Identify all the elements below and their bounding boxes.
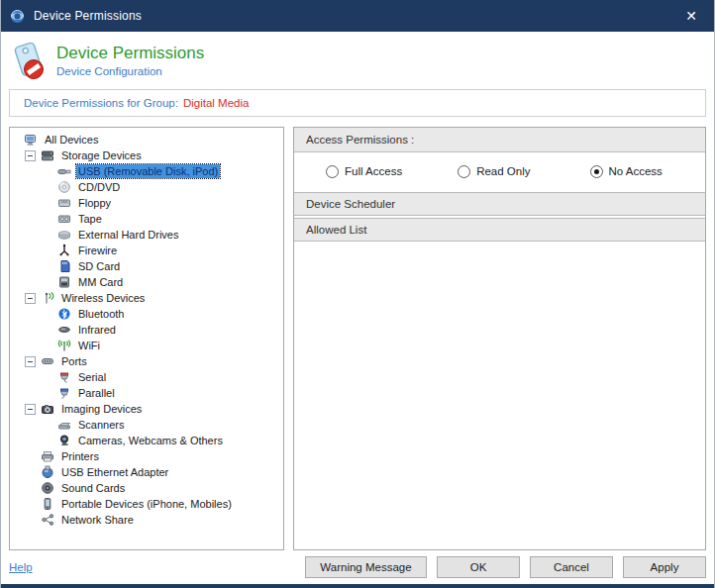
device-permissions-dialog: Device Permissions ✕ Device Permissions …	[0, 0, 715, 588]
cancel-button[interactable]: Cancel	[530, 556, 613, 578]
tree-item[interactable]: Firewire	[10, 243, 283, 258]
tree-item[interactable]: Parallel	[10, 385, 283, 401]
title-bar: Device Permissions ✕	[1, 0, 714, 32]
tree-item-label[interactable]: Bluetooth	[76, 307, 126, 321]
wifi-icon	[57, 339, 71, 352]
warning-message-button[interactable]: Warning Message	[305, 556, 427, 578]
tree-item[interactable]: Tape	[10, 211, 283, 227]
section-header-device-scheduler[interactable]: Device Scheduler	[294, 192, 705, 216]
camera-icon	[41, 402, 54, 416]
radio-circle-icon[interactable]	[590, 165, 603, 178]
tree-item[interactable]: External Hard Drives	[10, 227, 283, 243]
tree-item-label[interactable]: Storage Devices	[59, 148, 144, 162]
tree-item[interactable]: USB Ethernet Adapter	[10, 464, 283, 480]
tree-item[interactable]: MM Card	[10, 274, 283, 290]
tree-item[interactable]: Network Share	[10, 512, 283, 528]
port-icon	[41, 354, 54, 368]
sound-card-icon	[41, 481, 54, 495]
tree-item-label[interactable]: CD/DVD	[76, 180, 122, 194]
radio-read-only[interactable]: Read Only	[458, 165, 530, 178]
device-tag-blocked-icon	[11, 37, 51, 84]
tree-item-label[interactable]: USB Ethernet Adapter	[59, 465, 170, 479]
tree-item[interactable]: WiFi	[10, 338, 283, 353]
tree-item-label[interactable]: Ports	[59, 354, 89, 368]
tree-item[interactable]: Storage Devices	[10, 147, 283, 163]
tree-item-label[interactable]: Imaging Devices	[59, 402, 144, 416]
drives-icon	[41, 148, 54, 162]
tree-item[interactable]: Cameras, Webcams & Others	[10, 433, 283, 448]
help-link[interactable]: Help	[9, 561, 33, 573]
ok-button[interactable]: OK	[437, 556, 520, 578]
tree-item-label[interactable]: All Devices	[43, 133, 100, 147]
radio-no-access[interactable]: No Access	[590, 165, 663, 178]
tree-item-label[interactable]: MM Card	[76, 275, 125, 289]
radio-label: No Access	[609, 165, 663, 177]
tree-item[interactable]: Printers	[10, 448, 283, 464]
tree-item[interactable]: All Devices	[10, 132, 283, 147]
close-icon[interactable]: ✕	[668, 0, 714, 32]
tree-item[interactable]: Floppy	[10, 195, 283, 211]
tree-item[interactable]: Bluetooth	[10, 306, 283, 322]
tree-item[interactable]: Scanners	[10, 417, 283, 433]
tree-item[interactable]: Portable Devices (iPhone, Mobiles)	[10, 496, 283, 512]
mobile-phone-icon	[41, 497, 54, 511]
tree-item-label[interactable]: Infrared	[76, 323, 118, 337]
tree-item-label[interactable]: Tape	[76, 212, 104, 226]
tree-item[interactable]: USB (Removable Disk, iPod)	[10, 163, 283, 179]
section-header-allowed-list[interactable]: Allowed List	[294, 218, 705, 242]
tree-item[interactable]: Serial	[10, 369, 283, 385]
collapse-minus-icon[interactable]	[25, 404, 36, 415]
usb-stick-icon	[57, 164, 71, 178]
collapse-minus-icon[interactable]	[25, 293, 36, 304]
cd-icon	[57, 180, 71, 194]
tree-item-label[interactable]: Sound Cards	[59, 481, 127, 495]
tree-item-label[interactable]: Portable Devices (iPhone, Mobiles)	[59, 497, 234, 511]
radio-circle-icon[interactable]	[458, 165, 470, 178]
page-title: Device Permissions	[56, 44, 204, 63]
tree-item[interactable]: Wireless Devices	[10, 290, 283, 306]
infrared-icon	[57, 323, 71, 337]
window-title: Device Permissions	[34, 9, 142, 23]
header-text: Device Permissions Device Configuration	[56, 44, 204, 77]
tree-item-label[interactable]: Parallel	[76, 386, 117, 400]
sd-card-icon	[57, 259, 71, 273]
group-banner-label: Device Permissions for Group:	[24, 97, 178, 109]
antenna-icon	[41, 291, 54, 305]
tree-item-label[interactable]: Firewire	[76, 244, 119, 257]
serial-port-icon	[57, 370, 71, 384]
radio-full-access[interactable]: Full Access	[326, 165, 402, 178]
scanner-icon	[57, 418, 71, 432]
device-tree: All DevicesStorage DevicesUSB (Removable…	[9, 127, 284, 550]
mm-card-icon	[57, 275, 71, 289]
main-area: All DevicesStorage DevicesUSB (Removable…	[1, 127, 714, 550]
tree-item-label[interactable]: Serial	[76, 370, 108, 384]
tree-item-label[interactable]: External Hard Drives	[76, 228, 180, 242]
tree-item-label[interactable]: Floppy	[76, 196, 113, 210]
panel-sections: Device SchedulerAllowed List	[294, 192, 705, 242]
collapse-minus-icon[interactable]	[25, 150, 36, 161]
page-subtitle: Device Configuration	[56, 65, 204, 77]
tree-item[interactable]: Infrared	[10, 322, 283, 338]
floppy-icon	[57, 196, 71, 210]
printer-icon	[41, 449, 54, 463]
tree-item[interactable]: Imaging Devices	[10, 401, 283, 417]
apply-button[interactable]: Apply	[623, 556, 706, 578]
bluetooth-icon	[57, 307, 71, 321]
tree-item-label[interactable]: USB (Removable Disk, iPod)	[76, 164, 220, 178]
tree-item[interactable]: CD/DVD	[10, 179, 283, 195]
radio-label: Full Access	[345, 165, 402, 177]
tree-item-label[interactable]: Cameras, Webcams & Others	[76, 434, 225, 447]
tree-item-label[interactable]: SD Card	[76, 259, 122, 273]
collapse-minus-icon[interactable]	[25, 356, 36, 367]
tree-item[interactable]: Sound Cards	[10, 480, 283, 496]
group-banner: Device Permissions for Group: Digital Me…	[9, 89, 706, 117]
tree-item-label[interactable]: Wireless Devices	[59, 291, 147, 305]
ethernet-adapter-icon	[41, 465, 54, 479]
radio-circle-icon[interactable]	[326, 165, 339, 178]
tree-item[interactable]: SD Card	[10, 258, 283, 274]
tree-item-label[interactable]: Network Share	[59, 513, 136, 527]
tree-item-label[interactable]: WiFi	[76, 339, 102, 352]
tree-item[interactable]: Ports	[10, 353, 283, 369]
tree-item-label[interactable]: Scanners	[76, 418, 126, 432]
tree-item-label[interactable]: Printers	[59, 449, 101, 463]
